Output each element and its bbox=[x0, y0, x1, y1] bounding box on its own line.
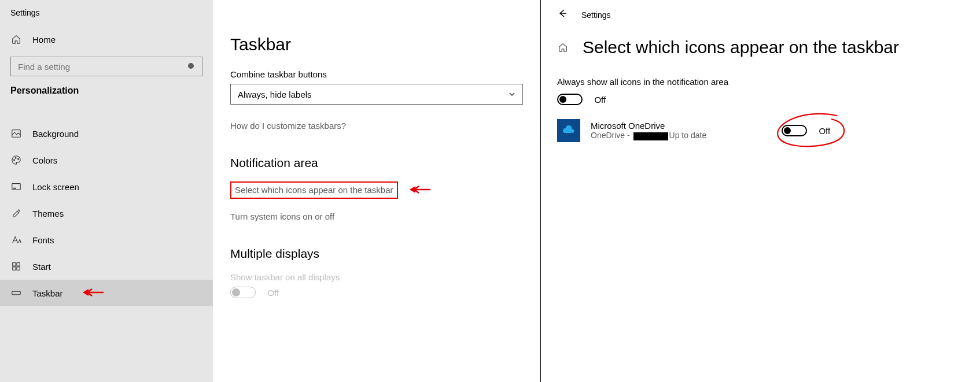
annotation-highlight-box: Select which icons appear on the taskbar bbox=[230, 181, 398, 199]
back-button[interactable] bbox=[557, 8, 568, 21]
link-system-icons[interactable]: Turn system icons on or off bbox=[230, 212, 523, 221]
nav-label: Colors bbox=[32, 155, 57, 165]
lockscreen-icon bbox=[10, 181, 22, 192]
svg-rect-8 bbox=[17, 263, 20, 266]
svg-rect-10 bbox=[17, 267, 20, 270]
app-name: Microsoft OneDrive bbox=[591, 121, 782, 131]
toggle-state-label: Off bbox=[594, 95, 606, 105]
onedrive-icon bbox=[557, 119, 580, 142]
nav-label: Lock screen bbox=[32, 182, 79, 192]
sidebar-item-lockscreen[interactable]: Lock screen bbox=[0, 173, 213, 200]
svg-rect-9 bbox=[13, 267, 16, 270]
nav-label: Start bbox=[32, 262, 51, 272]
nav-label: Themes bbox=[32, 209, 64, 218]
select-icons-pane: Settings Select which icons appear on th… bbox=[541, 0, 980, 382]
page-title: Taskbar bbox=[230, 35, 523, 54]
show-taskbar-all-displays-label: Show taskbar on all displays bbox=[230, 272, 523, 282]
start-icon bbox=[10, 261, 22, 272]
palette-icon bbox=[10, 154, 22, 166]
picture-icon bbox=[10, 128, 22, 139]
settings-sidebar: Settings Home Personalization Background bbox=[0, 0, 213, 382]
notification-area-heading: Notification area bbox=[230, 156, 523, 170]
home-icon[interactable] bbox=[557, 42, 569, 53]
sidebar-item-home[interactable]: Home bbox=[0, 17, 213, 51]
svg-rect-5 bbox=[12, 184, 20, 190]
section-header: Personalization bbox=[0, 86, 213, 106]
show-taskbar-all-displays-toggle bbox=[230, 287, 256, 298]
sidebar-item-background[interactable]: Background bbox=[0, 120, 213, 147]
svg-point-3 bbox=[15, 158, 16, 159]
combine-taskbar-combo[interactable]: Always, hide labels bbox=[230, 84, 523, 105]
svg-rect-7 bbox=[13, 263, 16, 266]
home-label: Home bbox=[32, 35, 56, 44]
onedrive-toggle[interactable] bbox=[782, 125, 807, 136]
annotation-arrow-icon bbox=[406, 184, 432, 198]
search-box[interactable] bbox=[10, 57, 202, 76]
sidebar-item-themes[interactable]: Themes bbox=[0, 200, 213, 227]
always-show-toggle[interactable] bbox=[557, 94, 583, 105]
nav-label: Taskbar bbox=[32, 288, 63, 298]
svg-rect-6 bbox=[13, 188, 16, 189]
svg-point-2 bbox=[14, 160, 15, 161]
app-row-onedrive: Microsoft OneDrive OneDrive - Up to date… bbox=[557, 119, 964, 142]
search-input[interactable] bbox=[17, 61, 187, 72]
multiple-displays-heading: Multiple displays bbox=[230, 247, 523, 261]
help-link-customize-taskbars[interactable]: How do I customize taskbars? bbox=[230, 121, 523, 131]
redacted-text bbox=[633, 132, 668, 140]
toggle-state-label: Off bbox=[267, 288, 279, 298]
svg-point-0 bbox=[188, 63, 194, 69]
app-desc: OneDrive - Up to date bbox=[591, 131, 782, 140]
svg-point-4 bbox=[18, 158, 19, 160]
sidebar-item-colors[interactable]: Colors bbox=[0, 147, 213, 173]
svg-rect-11 bbox=[12, 291, 20, 294]
toggle-state-label: Off bbox=[819, 126, 830, 136]
sidebar-item-taskbar[interactable]: Taskbar bbox=[0, 280, 213, 306]
breadcrumb: Settings bbox=[581, 10, 611, 20]
nav-label: Background bbox=[32, 129, 79, 139]
search-icon bbox=[187, 62, 196, 71]
sidebar-item-fonts[interactable]: Fonts bbox=[0, 227, 213, 253]
taskbar-icon bbox=[10, 287, 22, 299]
combo-value: Always, hide labels bbox=[238, 90, 312, 99]
taskbar-settings-pane: Taskbar Combine taskbar buttons Always, … bbox=[213, 0, 541, 382]
nav-label: Fonts bbox=[32, 235, 54, 245]
home-icon bbox=[10, 34, 22, 45]
always-show-label: Always show all icons in the notificatio… bbox=[557, 77, 964, 87]
chevron-down-icon bbox=[509, 90, 515, 99]
annotation-arrow-icon bbox=[79, 287, 105, 300]
page-title: Select which icons appear on the taskbar bbox=[583, 38, 899, 57]
link-select-icons[interactable]: Select which icons appear on the taskbar bbox=[235, 185, 393, 195]
combo-label: Combine taskbar buttons bbox=[230, 69, 523, 79]
fonts-icon bbox=[10, 234, 22, 246]
app-title: Settings bbox=[0, 0, 213, 17]
themes-icon bbox=[10, 207, 22, 219]
sidebar-item-start[interactable]: Start bbox=[0, 253, 213, 280]
